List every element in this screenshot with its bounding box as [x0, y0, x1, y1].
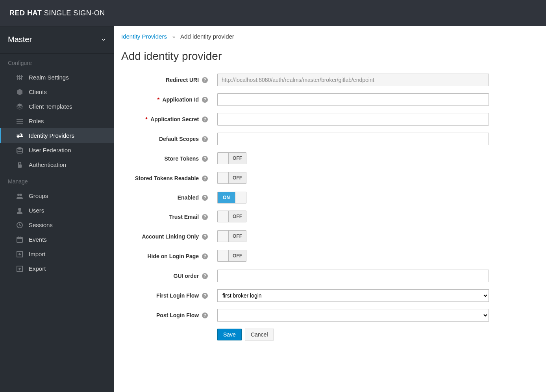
breadcrumb: Identity Providers » Add identity provid… — [121, 33, 533, 40]
sidebar-item-label: Import — [29, 251, 46, 257]
export-icon — [16, 266, 23, 272]
label-first-login: First Login Flow — [156, 292, 199, 299]
label-gui-order: GUI order — [174, 273, 199, 279]
sidebar-item-label: Groups — [29, 192, 48, 199]
sidebar-item-identity-providers[interactable]: Identity Providers — [0, 128, 114, 143]
help-icon[interactable]: ? — [202, 234, 208, 240]
help-icon[interactable]: ? — [202, 156, 208, 162]
row-trust-email: Trust Email ? OFF — [121, 211, 533, 223]
default-scopes-input[interactable] — [217, 133, 489, 145]
sidebar-item-realm-settings[interactable]: Realm Settings — [0, 70, 114, 85]
sidebar-item-label: Client Templates — [29, 103, 72, 110]
cancel-button[interactable]: Cancel — [245, 329, 274, 340]
group-icon — [16, 193, 23, 199]
breadcrumb-separator: » — [172, 34, 175, 40]
svg-rect-8 — [17, 123, 23, 124]
sidebar-item-roles[interactable]: Roles — [0, 114, 114, 128]
list-icon — [16, 118, 23, 124]
row-post-login: Post Login Flow ? — [121, 309, 533, 322]
row-default-scopes: Default Scopes ? — [121, 133, 533, 145]
toggle-label: OFF — [229, 153, 246, 164]
row-hide-login: Hide on Login Page ? OFF — [121, 250, 533, 263]
redirect-uri-input[interactable] — [217, 74, 489, 86]
help-icon[interactable]: ? — [202, 77, 208, 83]
svg-rect-5 — [20, 76, 23, 77]
application-id-input[interactable] — [217, 93, 489, 106]
svg-rect-3 — [17, 76, 19, 77]
help-icon[interactable]: ? — [202, 273, 208, 279]
first-login-select[interactable]: first broker login — [217, 289, 489, 302]
sidebar-item-client-templates[interactable]: Client Templates — [0, 99, 114, 114]
sidebar-item-label: Identity Providers — [29, 132, 74, 139]
toggle-knob — [218, 250, 229, 261]
brand-light: SINGLE SIGN-ON — [44, 9, 105, 17]
enabled-toggle[interactable]: ON — [217, 192, 246, 203]
label-hide-login: Hide on Login Page — [147, 253, 199, 259]
row-enabled: Enabled ? ON — [121, 192, 533, 203]
required-marker: * — [145, 116, 147, 122]
label-redirect-uri: Redirect URI — [166, 77, 199, 83]
row-first-login: First Login Flow ? first broker login — [121, 289, 533, 302]
import-icon — [16, 251, 23, 257]
sidebar-item-groups[interactable]: Groups — [0, 189, 114, 203]
sidebar-item-events[interactable]: Events — [0, 232, 114, 247]
realm-selector[interactable]: Master — [0, 26, 114, 53]
help-icon[interactable]: ? — [202, 136, 208, 142]
svg-point-13 — [18, 208, 21, 211]
svg-rect-2 — [21, 75, 22, 80]
row-store-tokens: Store Tokens ? OFF — [121, 152, 533, 165]
toggle-label: OFF — [229, 172, 246, 183]
sidebar-item-users[interactable]: Users — [0, 203, 114, 218]
store-tokens-toggle[interactable]: OFF — [217, 152, 246, 164]
save-button[interactable]: Save — [217, 329, 242, 340]
application-secret-input[interactable] — [217, 113, 489, 126]
gui-order-input[interactable] — [217, 270, 489, 282]
sidebar-item-label: Roles — [29, 118, 44, 124]
svg-rect-1 — [19, 75, 20, 80]
help-icon[interactable]: ? — [202, 293, 208, 299]
help-icon[interactable]: ? — [202, 253, 208, 259]
calendar-icon — [16, 237, 23, 243]
topbar: RED HAT SINGLE SIGN-ON — [0, 0, 546, 26]
label-enabled: Enabled — [178, 194, 199, 201]
help-icon[interactable]: ? — [202, 176, 208, 181]
help-icon[interactable]: ? — [202, 312, 208, 318]
sidebar-item-label: Clients — [29, 89, 47, 95]
sidebar-item-clients[interactable]: Clients — [0, 85, 114, 99]
sidebar-item-sessions[interactable]: Sessions — [0, 218, 114, 232]
brand-bold: RED HAT — [9, 9, 42, 17]
svg-point-12 — [20, 194, 22, 196]
label-trust-email: Trust Email — [169, 214, 199, 220]
toggle-knob — [218, 211, 229, 222]
account-linking-toggle[interactable]: OFF — [217, 230, 246, 242]
row-application-id: * Application Id ? — [121, 93, 533, 106]
sidebar-item-export[interactable]: Export — [0, 261, 114, 276]
lock-icon — [16, 162, 23, 168]
help-icon[interactable]: ? — [202, 195, 208, 201]
required-marker: * — [157, 96, 159, 103]
help-icon[interactable]: ? — [202, 116, 208, 122]
sidebar-item-user-federation[interactable]: User Federation — [0, 143, 114, 157]
label-stored-readable: Stored Tokens Readable — [135, 175, 199, 181]
sidebar-item-authentication[interactable]: Authentication — [0, 157, 114, 172]
breadcrumb-link[interactable]: Identity Providers — [121, 33, 167, 40]
section-title-manage: Manage — [0, 172, 114, 189]
stored-readable-toggle[interactable]: OFF — [217, 172, 246, 184]
database-icon — [16, 147, 23, 153]
svg-rect-4 — [19, 78, 21, 79]
toggle-knob — [218, 172, 229, 183]
svg-point-9 — [17, 147, 22, 150]
label-store-tokens: Store Tokens — [164, 155, 199, 162]
help-icon[interactable]: ? — [202, 214, 208, 220]
help-icon[interactable]: ? — [202, 97, 208, 103]
clock-icon — [16, 222, 23, 228]
main-content: Identity Providers » Add identity provid… — [114, 26, 546, 392]
post-login-select[interactable] — [217, 309, 489, 322]
sidebar-item-import[interactable]: Import — [0, 247, 114, 261]
row-gui-order: GUI order ? — [121, 270, 533, 282]
layers-icon — [16, 104, 23, 110]
brand-logo: RED HAT SINGLE SIGN-ON — [9, 9, 105, 17]
sidebar: Master Configure Realm SettingsClientsCl… — [0, 26, 114, 392]
trust-email-toggle[interactable]: OFF — [217, 211, 246, 222]
hide-login-toggle[interactable]: OFF — [217, 250, 246, 262]
